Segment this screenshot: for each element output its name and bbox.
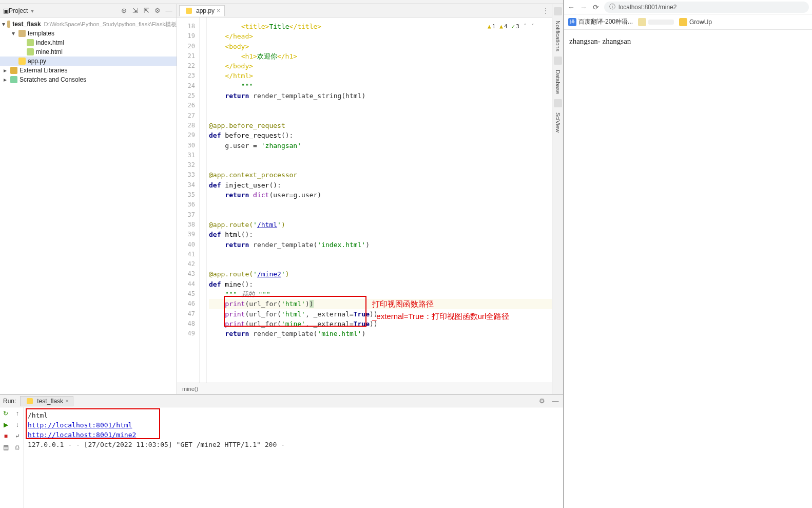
reload-icon[interactable]: ⟳ xyxy=(592,3,600,11)
project-tool-window: ▣ Project ▾ ⊕ ⇲ ⇱ ⚙ — ▾ test_flask xyxy=(0,4,177,394)
gear-icon[interactable]: ⚙ xyxy=(537,397,547,406)
run-toolbar: ↻ ▶ ■ ▤ ↑ ↓ ⤶ ⎙ xyxy=(0,407,24,508)
ide-top-strip xyxy=(0,0,563,4)
database-tab[interactable]: Database xyxy=(555,70,561,94)
file-app-py[interactable]: app.py xyxy=(0,57,177,66)
project-tab-label[interactable]: Project xyxy=(9,7,28,14)
more-icon[interactable]: ⋮ xyxy=(543,7,549,14)
expand-icon[interactable]: ⇲ xyxy=(130,6,140,15)
python-file-icon xyxy=(18,58,26,65)
notifications-icon[interactable] xyxy=(554,7,562,15)
project-tree[interactable]: ▾ test_flask D:\WorkSpace\Python_Study\p… xyxy=(0,17,177,86)
fold-gutter[interactable] xyxy=(200,17,207,383)
warning-icon: ▲ xyxy=(499,22,503,31)
bookmarks-bar: 译 百度翻译-200种语... GrowUp xyxy=(564,14,812,30)
sciview-tab[interactable]: SciView xyxy=(555,112,561,133)
scratch-icon xyxy=(10,76,17,83)
console-link[interactable]: http://localhost:8001/html xyxy=(28,421,132,429)
notifications-tab[interactable]: Notifications xyxy=(555,21,561,51)
templates-folder[interactable]: ▾ templates xyxy=(0,29,177,38)
address-bar[interactable]: ⓘ localhost:8001/mine2 xyxy=(604,2,809,13)
url-text: localhost:8001/mine2 xyxy=(618,4,676,11)
python-file-icon xyxy=(186,8,192,14)
code-editor[interactable]: <title>Title</title> </head> <body> <h1>… xyxy=(207,17,552,383)
sciview-icon[interactable] xyxy=(554,99,562,107)
typo-icon: ✓ xyxy=(512,22,515,31)
console-line: /html xyxy=(28,410,559,420)
run-config-tab[interactable]: test_flask × xyxy=(20,396,73,406)
layout-icon[interactable]: ▤ xyxy=(2,443,10,451)
line-gutter[interactable]: 1819202122232425262728293031323334353637… xyxy=(177,17,200,383)
run-console[interactable]: /html http://localhost:8001/html http://… xyxy=(24,407,563,508)
project-root[interactable]: ▾ test_flask D:\WorkSpace\Python_Study\p… xyxy=(0,20,177,29)
hide-icon[interactable]: — xyxy=(164,6,173,15)
file-mine-html[interactable]: mine.html xyxy=(0,47,177,57)
bookmark-icon xyxy=(638,18,646,26)
dropdown-icon[interactable]: ▾ xyxy=(31,7,34,14)
external-libraries[interactable]: ▸ External Libraries xyxy=(0,66,177,75)
bookmark-blank[interactable] xyxy=(638,18,674,26)
info-icon[interactable]: ⓘ xyxy=(609,3,615,11)
print-icon[interactable]: ⎙ xyxy=(13,443,22,451)
breadcrumb[interactable]: mine() xyxy=(177,383,552,394)
rerun-icon[interactable]: ↻ xyxy=(2,409,10,418)
console-line: 127.0.0.1 - - [27/Oct/2022 11:03:05] "GE… xyxy=(28,440,559,449)
gear-icon[interactable]: ⚙ xyxy=(153,6,162,15)
collapse-icon[interactable]: ⇱ xyxy=(142,6,151,15)
up-icon[interactable]: ↑ xyxy=(13,409,22,418)
html-file-icon xyxy=(27,48,34,55)
annotation-text: 打印视图函数路径 _external=True：打印视图函数url全路径 xyxy=(372,298,509,323)
stop-icon[interactable]: ■ xyxy=(2,432,10,440)
down-icon[interactable]: ↓ xyxy=(13,421,22,429)
back-icon[interactable]: ← xyxy=(567,3,575,11)
project-path: D:\WorkSpace\Python_Study\python_flask\F… xyxy=(44,21,177,28)
browser-window: ← → ⟳ ⓘ localhost:8001/mine2 译 百度翻译-200种… xyxy=(564,0,812,508)
chevron-up-icon[interactable]: ˆ xyxy=(524,22,527,31)
project-name: test_flask xyxy=(12,21,41,28)
right-tool-strip: Notifications Database SciView xyxy=(552,4,563,394)
hide-icon[interactable]: — xyxy=(551,397,560,406)
file-index-html[interactable]: index.html xyxy=(0,38,177,47)
warning-icon: ▲ xyxy=(488,22,491,31)
close-icon[interactable]: × xyxy=(217,7,220,14)
page-content: zhangsan- zhangsan xyxy=(564,30,812,508)
console-link[interactable]: http://localhost:8001/mine2 xyxy=(28,431,136,439)
forward-icon[interactable]: → xyxy=(579,3,588,11)
inspection-widget[interactable]: ▲1 ▲4 ✓3 ˆ ˇ xyxy=(486,21,536,32)
bookmark-icon: 译 xyxy=(568,18,576,26)
folder-icon xyxy=(7,21,10,28)
folder-icon: ▣ xyxy=(3,7,9,14)
chevron-down-icon[interactable]: ˇ xyxy=(531,22,534,31)
library-icon xyxy=(10,67,17,74)
run-tool-window: Run: test_flask × ⚙ — ↻ ▶ xyxy=(0,394,563,508)
locate-icon[interactable]: ⊕ xyxy=(119,6,128,15)
run-label: Run: xyxy=(3,398,16,405)
bookmark-baidu[interactable]: 译 百度翻译-200种语... xyxy=(568,17,633,26)
close-icon[interactable]: × xyxy=(65,398,69,405)
wrap-icon[interactable]: ⤶ xyxy=(13,432,22,440)
editor-tabs: app.py × ⋮ xyxy=(177,4,552,17)
python-file-icon xyxy=(27,398,33,404)
bookmark-growup[interactable]: GrowUp xyxy=(679,18,712,26)
scratches-consoles[interactable]: ▸ Scratches and Consoles xyxy=(0,75,177,84)
folder-icon xyxy=(18,30,26,37)
editor-tab-app-py[interactable]: app.py × xyxy=(179,5,225,16)
html-file-icon xyxy=(27,39,34,46)
database-icon[interactable] xyxy=(554,57,562,65)
folder-icon xyxy=(679,18,687,26)
run-icon[interactable]: ▶ xyxy=(2,421,10,429)
